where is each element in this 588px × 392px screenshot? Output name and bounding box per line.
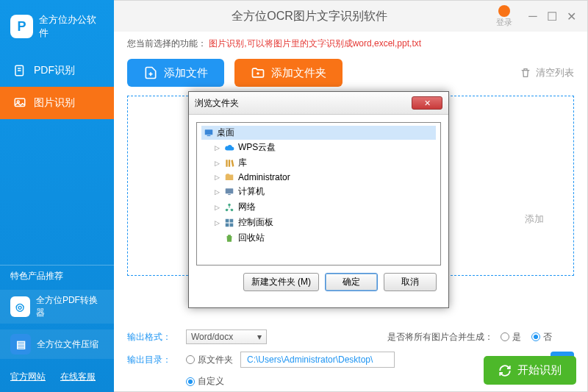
dropzone-tip: 添加: [525, 213, 544, 226]
computer-icon: [224, 187, 234, 197]
add-folder-button[interactable]: 添加文件夹: [234, 59, 343, 87]
login-button[interactable]: 登录: [496, 5, 512, 28]
file-plus-icon: [143, 65, 158, 80]
dialog-buttons: 新建文件夹 (M) 确定 取消: [196, 266, 441, 300]
svg-rect-10: [226, 218, 229, 222]
tree-item[interactable]: 回收站: [201, 230, 436, 246]
folder-plus-icon: [251, 65, 265, 80]
tree-root-desktop[interactable]: 桌面: [201, 126, 436, 140]
nav-image[interactable]: 图片识别: [0, 87, 114, 119]
sidebar: P 全方位办公软件 PDF识别 图片识别 特色产品推荐 ◎ 全方位PDF转换器 …: [0, 0, 114, 392]
ok-button[interactable]: 确定: [325, 273, 378, 291]
control-panel-icon: [224, 218, 234, 228]
app-title: 全方位OCR图片文字识别软件: [123, 9, 496, 24]
merge-label: 是否将所有图片合并生成：: [387, 331, 493, 343]
minimize-button[interactable]: ─: [526, 9, 540, 24]
tree-item[interactable]: ▷Administrator: [201, 171, 436, 184]
pdf-icon: [13, 64, 26, 77]
svg-rect-3: [205, 129, 213, 135]
dialog-close-button[interactable]: ✕: [412, 96, 442, 110]
svg-rect-11: [230, 218, 234, 222]
library-icon: [224, 158, 234, 168]
dialog-title: 浏览文件夹: [195, 97, 239, 110]
browse-folder-dialog: 浏览文件夹 ✕ 桌面 ▷WPS云盘 ▷库 ▷Administrator ▷计算机…: [188, 91, 449, 308]
maximize-button[interactable]: ☐: [545, 9, 559, 24]
desktop-icon: [204, 128, 214, 138]
nav-pdf[interactable]: PDF识别: [0, 54, 114, 87]
support-link[interactable]: 在线客服: [60, 371, 96, 383]
logo: P 全方位办公软件: [0, 0, 114, 54]
user-folder-icon: [224, 172, 234, 182]
folder-tree[interactable]: 桌面 ▷WPS云盘 ▷库 ▷Administrator ▷计算机 ▷网络 ▷控制…: [196, 122, 441, 266]
svg-point-9: [228, 203, 231, 206]
clear-list-button[interactable]: 清空列表: [520, 66, 574, 79]
official-site-link[interactable]: 官方网站: [10, 371, 46, 383]
action-row: 添加文件 添加文件夹 清空列表: [114, 56, 587, 96]
notice-desc: 图片识别,可以将图片里的文字识别成word,excel,ppt,txt: [209, 38, 421, 49]
svg-rect-13: [230, 223, 234, 227]
format-label: 输出格式：: [127, 331, 179, 343]
logo-text: 全方位办公软件: [39, 13, 104, 40]
add-file-label: 添加文件: [164, 66, 208, 80]
output-path[interactable]: C:\Users\Administrator\Desktop\: [240, 352, 395, 368]
footer-links: 官方网站 在线客服: [0, 362, 114, 392]
recycle-bin-icon: [224, 233, 234, 243]
user-icon: [498, 5, 510, 17]
format-value: Word/docx: [191, 332, 233, 342]
logo-icon: P: [10, 15, 33, 38]
login-label: 登录: [496, 17, 512, 28]
svg-rect-12: [226, 223, 229, 227]
tree-item[interactable]: ▷库: [201, 155, 436, 171]
cloud-icon: [224, 143, 234, 153]
output-custom-radio[interactable]: 自定义: [186, 375, 224, 388]
compress-icon: ▤: [10, 334, 31, 354]
output-label: 输出目录：: [127, 354, 179, 366]
promo-item-label: 全方位文件压缩: [37, 338, 98, 351]
output-original-radio[interactable]: 原文件夹: [186, 354, 233, 366]
image-icon: [13, 96, 26, 110]
tree-item[interactable]: ▷控制面板: [201, 215, 436, 230]
notice-prefix: 您当前选择的功能：: [127, 38, 207, 49]
chevron-down-icon: ▾: [257, 332, 262, 342]
promo-title: 特色产品推荐: [0, 265, 114, 287]
close-button[interactable]: ✕: [564, 9, 578, 24]
trash-icon: [520, 67, 531, 79]
clear-list-label: 清空列表: [536, 66, 574, 79]
titlebar: 全方位OCR图片文字识别软件 登录 ─ ☐ ✕: [114, 1, 587, 32]
merge-no-radio[interactable]: 否: [531, 331, 552, 343]
start-button[interactable]: 开始识别: [484, 356, 576, 385]
new-folder-button[interactable]: 新建文件夹 (M): [243, 273, 319, 291]
target-icon: ◎: [10, 296, 30, 317]
svg-rect-6: [228, 193, 231, 194]
promo-compress[interactable]: ▤ 全方位文件压缩: [0, 329, 114, 359]
nav-image-label: 图片识别: [34, 96, 75, 110]
svg-rect-4: [207, 135, 211, 135]
add-file-button[interactable]: 添加文件: [127, 59, 224, 87]
dialog-titlebar: 浏览文件夹 ✕: [189, 92, 448, 115]
promo-item-label: 全方位PDF转换器: [36, 294, 104, 319]
cancel-button[interactable]: 取消: [384, 273, 437, 291]
notice: 您当前选择的功能： 图片识别,可以将图片里的文字识别成word,excel,pp…: [114, 32, 587, 56]
tree-item[interactable]: ▷计算机: [201, 184, 436, 199]
svg-rect-5: [226, 188, 234, 193]
promo-pdf-converter[interactable]: ◎ 全方位PDF转换器: [0, 290, 114, 324]
merge-yes-radio[interactable]: 是: [501, 331, 521, 343]
refresh-icon: [498, 364, 512, 377]
nav-pdf-label: PDF识别: [34, 64, 75, 77]
start-label: 开始识别: [517, 363, 562, 377]
tree-root-label: 桌面: [217, 126, 234, 139]
add-folder-label: 添加文件夹: [271, 66, 326, 80]
format-select[interactable]: Word/docx ▾: [186, 329, 267, 344]
network-icon: [224, 202, 234, 213]
tree-item[interactable]: ▷WPS云盘: [201, 140, 436, 155]
tree-item[interactable]: ▷网络: [201, 199, 436, 215]
